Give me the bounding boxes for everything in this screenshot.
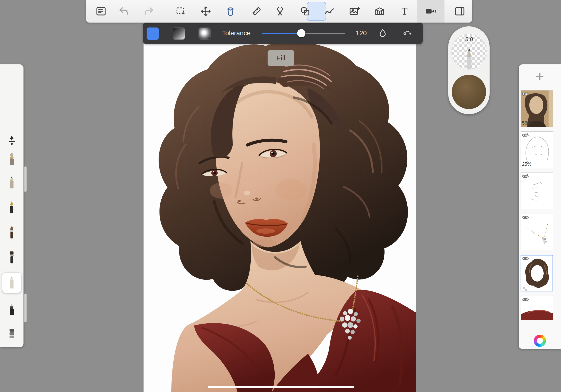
layer-hair[interactable]: [519, 255, 561, 292]
tool-brush-settings[interactable]: [5, 134, 18, 149]
ink-pen-icon: [10, 303, 14, 316]
layer-opacity: 25%: [522, 162, 531, 167]
visibility-visible-icon[interactable]: [521, 297, 529, 303]
shapes-tool-button[interactable]: [299, 5, 312, 18]
tolerance-label: Tolerance: [222, 22, 250, 44]
fill-tooltip: Fill: [268, 50, 294, 66]
warp-tool-button[interactable]: [273, 5, 287, 18]
slider-track-filled: [262, 33, 301, 34]
move-icon: [201, 7, 210, 16]
video-camera-icon: [426, 9, 435, 14]
flat-brush-icon: [10, 251, 14, 263]
fill-options-bar: Tolerance 120: [143, 22, 423, 44]
fountain-pen-icon: [10, 201, 13, 213]
tool-scroll-handle-upper[interactable]: [24, 166, 27, 192]
app-window: Tolerance 120 Fill: [0, 0, 561, 392]
slider-knob[interactable]: [297, 29, 305, 37]
fill-mode-linear-gradient[interactable]: [173, 28, 185, 40]
layer-necklace[interactable]: [519, 214, 561, 251]
menu-button[interactable]: [95, 5, 108, 18]
tool-scroll-handle-lower[interactable]: [24, 294, 27, 322]
layer-sketch-detail[interactable]: [519, 173, 561, 210]
tool-fountain-pen[interactable]: [5, 200, 18, 215]
visibility-hidden-icon[interactable]: [521, 132, 529, 139]
brush-settings-icon: [9, 136, 15, 145]
fill-mode-radial-gradient[interactable]: [198, 28, 211, 40]
warp-icon: [278, 7, 283, 15]
fill-bucket-icon: [228, 8, 233, 15]
marker-set-icon: [10, 329, 14, 338]
redo-button[interactable]: [143, 5, 156, 18]
curve-tool-button[interactable]: [323, 5, 336, 18]
visibility-visible-icon[interactable]: [521, 215, 529, 221]
tool-paint-pencil[interactable]: [5, 275, 18, 290]
canvas-artwork: [143, 22, 416, 392]
visibility-hidden-icon[interactable]: [521, 174, 529, 180]
tool-pencil[interactable]: [5, 175, 18, 190]
perspective-grid-icon: [376, 8, 383, 15]
curve-icon: [325, 9, 334, 14]
layer-sketch-outline[interactable]: 25%: [519, 131, 561, 169]
painting-canvas[interactable]: [143, 22, 416, 392]
tool-round-brush[interactable]: [5, 225, 18, 240]
tool-ink-pen[interactable]: [5, 302, 18, 317]
fill-mode-solid[interactable]: [147, 28, 159, 40]
round-brush-icon: [10, 226, 13, 239]
layers-panel: + 56%: [519, 64, 561, 349]
record-button[interactable]: [424, 5, 437, 18]
reset-cycle-icon: [404, 32, 411, 34]
current-color-swatch[interactable]: [452, 75, 486, 109]
add-image-icon: [350, 7, 360, 15]
undo-button[interactable]: [117, 5, 130, 18]
layer-base-painting[interactable]: [519, 296, 561, 334]
tool-airbrush[interactable]: [5, 152, 18, 167]
tolerance-value: 120: [345, 22, 367, 44]
perspective-tool-button[interactable]: [373, 5, 386, 18]
select-marquee-icon: [177, 8, 185, 15]
tool-flat-brush[interactable]: [5, 250, 18, 265]
undo-icon: [120, 8, 127, 14]
add-image-button[interactable]: [348, 5, 361, 18]
home-indicator[interactable]: [208, 386, 354, 388]
layer-opacity: 56%: [522, 120, 531, 126]
sample-drop-button[interactable]: [378, 28, 388, 38]
visibility-visible-icon[interactable]: [521, 256, 529, 262]
fill-tool-button[interactable]: [224, 5, 237, 18]
tool-marker-set[interactable]: [5, 327, 18, 342]
brush-tools-panel: [0, 64, 23, 347]
interface-frame-icon: [455, 8, 464, 15]
menu-icon: [97, 8, 105, 15]
brush-size-value: 5.0: [452, 36, 487, 43]
add-layer-button[interactable]: +: [519, 68, 561, 84]
layer-reference-photo[interactable]: 56%: [519, 90, 561, 128]
select-tool-button[interactable]: [175, 5, 188, 18]
droplet-icon: [380, 29, 385, 36]
main-toolbar: T: [86, 0, 472, 22]
move-tool-button[interactable]: [199, 5, 212, 18]
color-wheel-button[interactable]: [534, 335, 546, 347]
reset-button[interactable]: [402, 28, 413, 38]
text-icon: T: [401, 6, 407, 17]
brush-tip-icon: [467, 48, 471, 69]
svg-text:T: T: [401, 6, 407, 17]
visibility-hidden-icon[interactable]: [521, 91, 529, 98]
shapes-icon: [301, 7, 309, 15]
tolerance-slider[interactable]: [262, 22, 345, 44]
interface-toggle-button[interactable]: [453, 5, 466, 18]
brush-capsule: 5.0: [448, 26, 490, 114]
paint-pencil-icon: [10, 277, 14, 289]
pencil-icon: [10, 176, 14, 188]
ruler-icon: [253, 8, 260, 15]
slider-track-empty: [301, 33, 345, 34]
redo-icon: [145, 8, 152, 14]
airbrush-icon: [10, 153, 14, 165]
text-tool-button[interactable]: T: [398, 5, 411, 18]
ruler-tool-button[interactable]: [250, 5, 263, 18]
brush-size-preview[interactable]: 5.0: [451, 34, 487, 70]
fill-tooltip-label: Fill: [276, 54, 285, 62]
